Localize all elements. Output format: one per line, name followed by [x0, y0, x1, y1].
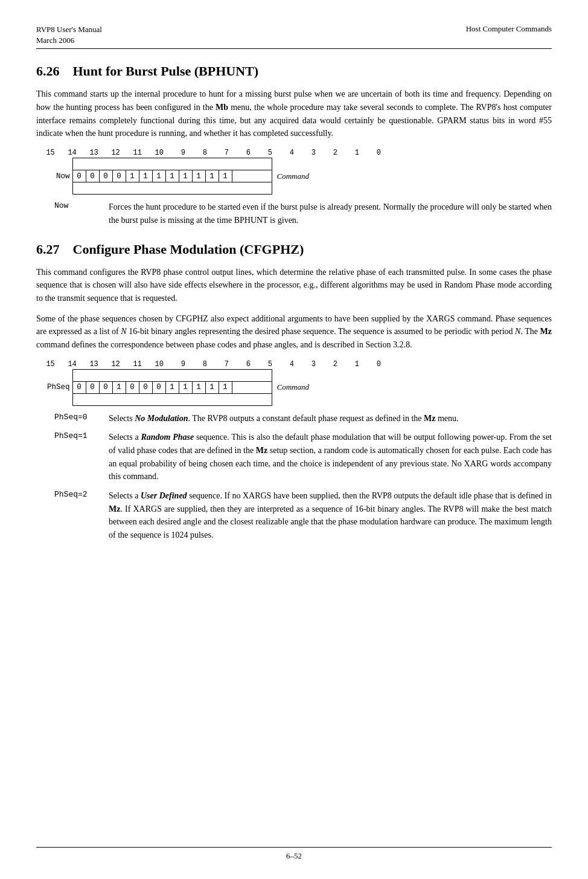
no-modulation-label: No Modulation — [135, 414, 188, 423]
header-date: March 2006 — [36, 35, 102, 46]
n-italic: N — [121, 327, 126, 336]
user-defined-label: User Defined — [141, 491, 187, 500]
header-right: Host Computer Commands — [466, 24, 552, 34]
header-chapter-title: Host Computer Commands — [466, 24, 552, 34]
section-627-para2: Some of the phase sequences chosen by CF… — [36, 312, 552, 352]
param-phseq0-name: PhSeq=0 — [54, 412, 109, 422]
section-626-heading: 6.26 Hunt for Burst Pulse (BPHUNT) — [36, 63, 552, 79]
n-italic2: N — [515, 327, 520, 336]
param-phseq2-name: PhSeq=2 — [54, 489, 109, 499]
page-footer: 6–52 — [36, 847, 552, 861]
header-left: RVP8 User's Manual March 2006 — [36, 24, 102, 46]
page-number: 6–52 — [286, 851, 302, 860]
mz-ref: Mz — [540, 327, 552, 336]
diagram-626-row3 — [36, 182, 312, 195]
diagram-626-row2: Now 0 0 0 0 1 1 1 1 1 1 1 1 Command — [36, 170, 312, 182]
section-627-heading: 6.27 Configure Phase Modulation (CFGPHZ) — [36, 242, 552, 257]
param-list-626: Now Forces the hunt procedure to be star… — [54, 201, 552, 227]
param-list-627: PhSeq=0 Selects No Modulation. The RVP8 … — [54, 412, 552, 542]
random-phase-label: Random Phase — [141, 433, 194, 442]
param-phseq1: PhSeq=1 Selects a Random Phase sequence.… — [54, 431, 552, 483]
diagram-627: 15 14 13 12 11 10 9 8 7 6 5 4 3 2 1 0 — [36, 360, 552, 406]
row2-label-627: PhSeq — [36, 381, 72, 393]
mz-ref-p0: Mz — [424, 414, 435, 423]
command-label-626: Command — [272, 170, 312, 182]
param-now: Now Forces the hunt procedure to be star… — [54, 201, 552, 227]
mb-ref: Mb — [216, 103, 228, 112]
mz-ref-p1: Mz — [256, 446, 267, 455]
param-phseq0-desc: Selects No Modulation. The RVP8 outputs … — [109, 412, 552, 425]
row2-label-626: Now — [36, 170, 72, 182]
diagram-626-table: Now 0 0 0 0 1 1 1 1 1 1 1 1 Command — [36, 158, 312, 195]
diagram-626: 15 14 13 12 11 10 9 8 7 6 5 4 3 2 1 0 — [36, 149, 552, 195]
param-phseq2-desc: Selects a User Defined sequence. If no X… — [109, 489, 552, 542]
diagram-626-row1 — [36, 158, 312, 170]
page-header: RVP8 User's Manual March 2006 Host Compu… — [36, 24, 552, 49]
diagram-627-row3 — [36, 393, 312, 405]
section-626-para1: This command starts up the internal proc… — [36, 88, 552, 140]
param-phseq1-desc: Selects a Random Phase sequence. This is… — [109, 431, 552, 483]
diagram-627-table: PhSeq 0 0 0 1 0 0 0 1 1 1 1 1 Command — [36, 369, 312, 406]
param-phseq2: PhSeq=2 Selects a User Defined sequence.… — [54, 489, 552, 542]
diagram-627-row2: PhSeq 0 0 0 1 0 0 0 1 1 1 1 1 Command — [36, 381, 312, 393]
param-phseq1-name: PhSeq=1 — [54, 431, 109, 440]
command-label-627: Command — [272, 381, 312, 393]
header-manual-title: RVP8 User's Manual — [36, 24, 102, 35]
mz-ref-p2: Mz — [109, 504, 120, 514]
param-now-name: Now — [54, 201, 109, 210]
page: RVP8 User's Manual March 2006 Host Compu… — [0, 0, 588, 879]
row1-label-626 — [36, 158, 72, 170]
bit-numbers-626: 15 14 13 12 11 10 9 8 7 6 5 4 3 2 1 0 — [36, 149, 552, 157]
bit-numbers-627: 15 14 13 12 11 10 9 8 7 6 5 4 3 2 1 0 — [36, 360, 552, 369]
diagram-627-row1 — [36, 369, 312, 381]
param-now-desc: Forces the hunt procedure to be started … — [109, 201, 552, 227]
section-627-para1: This command configures the RVP8 phase c… — [36, 266, 552, 305]
param-phseq0: PhSeq=0 Selects No Modulation. The RVP8 … — [54, 412, 552, 425]
